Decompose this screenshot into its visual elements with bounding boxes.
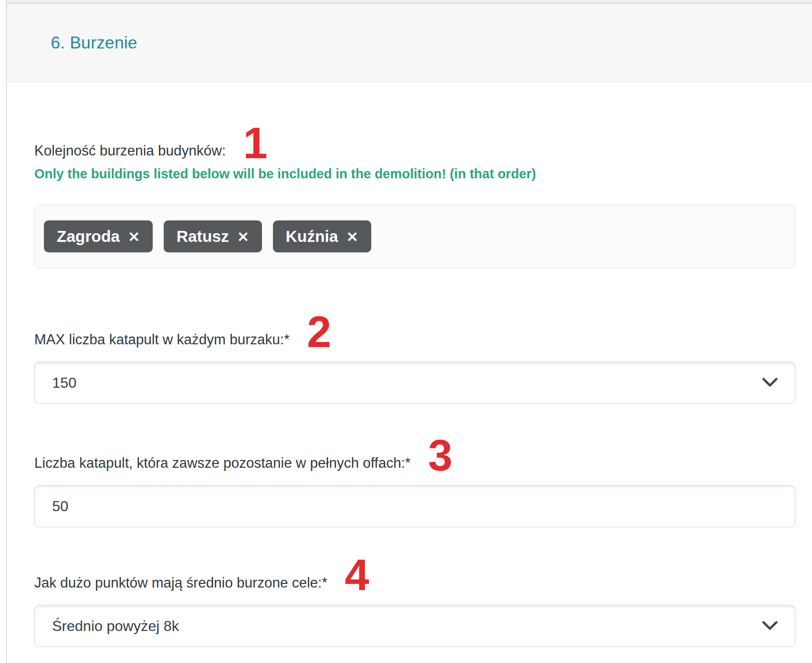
tag-ratusz[interactable]: Ratusz ✕ bbox=[164, 220, 262, 252]
target-points-selected-value: Średnio powyżej 8k bbox=[52, 618, 762, 635]
page: 6. Burzenie Kolejność burzenia budynków:… bbox=[0, 0, 812, 663]
target-points-label: Jak dużo punktów mają średnio burzone ce… bbox=[34, 575, 327, 591]
remaining-catapults-input[interactable] bbox=[34, 485, 796, 527]
card-header: 6. Burzenie bbox=[7, 4, 812, 82]
tag-kuznia[interactable]: Kuźnia ✕ bbox=[273, 220, 371, 252]
chevron-down-icon bbox=[762, 621, 778, 631]
target-points-label-row: Jak dużo punktów mają średnio burzone ce… bbox=[34, 556, 796, 591]
max-catapults-label-row: MAX liczba katapult w każdym burzaku:* 2 bbox=[34, 313, 796, 348]
max-catapults-select[interactable]: 150 bbox=[34, 362, 796, 404]
chevron-down-icon bbox=[762, 378, 778, 388]
demolition-note: Only the buildings listed below will be … bbox=[34, 166, 796, 182]
demolition-order-label: Kolejność burzenia budynków: bbox=[34, 143, 226, 159]
tag-kuznia-remove-icon[interactable]: ✕ bbox=[347, 229, 358, 246]
building-tags-input[interactable]: Zagroda ✕ Ratusz ✕ Kuźnia ✕ bbox=[34, 204, 796, 268]
tag-ratusz-remove-icon[interactable]: ✕ bbox=[237, 229, 249, 246]
target-points-select[interactable]: Średnio powyżej 8k bbox=[34, 605, 796, 647]
previous-section-edge bbox=[7, 0, 812, 4]
annotation-4: 4 bbox=[345, 559, 369, 591]
demolition-order-label-row: Kolejność burzenia budynków: 1 bbox=[34, 124, 796, 159]
annotation-3: 3 bbox=[428, 439, 452, 471]
tag-zagroda-remove-icon[interactable]: ✕ bbox=[128, 229, 140, 246]
max-catapults-selected-value: 150 bbox=[52, 374, 762, 391]
annotation-1: 1 bbox=[243, 127, 267, 159]
max-catapults-label: MAX liczba katapult w każdym burzaku:* bbox=[34, 332, 289, 348]
section-title: 6. Burzenie bbox=[51, 33, 137, 53]
tag-kuznia-label: Kuźnia bbox=[286, 227, 338, 246]
remaining-catapults-label: Liczba katapult, która zawsze pozostanie… bbox=[34, 455, 411, 471]
tag-zagroda[interactable]: Zagroda ✕ bbox=[44, 220, 153, 252]
tag-zagroda-label: Zagroda bbox=[57, 227, 120, 246]
card-body: Kolejność burzenia budynków: 1 Only the … bbox=[7, 124, 812, 663]
tag-ratusz-label: Ratusz bbox=[176, 227, 229, 246]
annotation-2: 2 bbox=[307, 316, 331, 348]
settings-card: 6. Burzenie Kolejność burzenia budynków:… bbox=[6, 0, 812, 663]
remaining-catapults-label-row: Liczba katapult, która zawsze pozostanie… bbox=[34, 437, 796, 471]
